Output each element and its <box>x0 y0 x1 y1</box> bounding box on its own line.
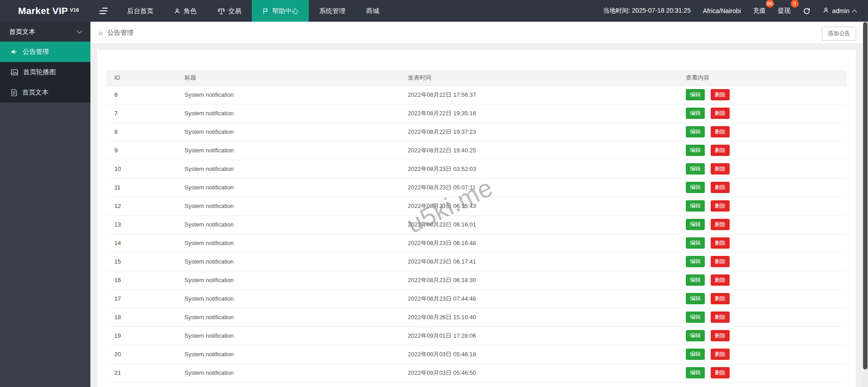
nav-item-system[interactable]: 系统管理 <box>309 0 356 22</box>
cell-title: System notification <box>176 160 400 178</box>
withdraw-link[interactable]: 提现 0 <box>778 5 791 17</box>
edit-button[interactable]: 编辑 <box>686 126 705 137</box>
edit-button[interactable]: 编辑 <box>686 145 705 156</box>
cell-time: 2022年08月23日 03:52:03 <box>400 160 678 178</box>
sidebar-group-header[interactable]: 首页文本 <box>0 22 90 42</box>
cell-actions: 编辑 删除 <box>678 104 847 123</box>
navbar-right: 当地时间: 2025-07-18 20:31:25 Africa/Nairobi… <box>603 0 868 22</box>
delete-button[interactable]: 删除 <box>711 200 730 212</box>
table-row: 10 System notification 2022年08月23日 03:52… <box>106 160 847 178</box>
cell-time: 2022年08月23日 06:16:01 <box>400 215 678 234</box>
delete-button[interactable]: 删除 <box>711 126 730 137</box>
delete-button[interactable]: 删除 <box>711 330 730 341</box>
edit-button[interactable]: 编辑 <box>686 256 705 267</box>
cell-actions: 编辑 删除 <box>678 345 847 363</box>
header-title: 标题 <box>176 70 400 85</box>
delete-button[interactable]: 删除 <box>711 349 730 360</box>
delete-button[interactable]: 删除 <box>711 256 730 267</box>
cell-time: 2022年08月23日 06:18:30 <box>400 271 678 289</box>
sidebar-item-home-carousel[interactable]: 首页轮播图 <box>0 62 90 82</box>
nav-item-mall[interactable]: 商城 <box>356 0 390 22</box>
recharge-badge: 86 <box>766 0 774 8</box>
delete-button[interactable]: 删除 <box>711 163 730 175</box>
cell-title: System notification <box>176 85 400 104</box>
local-time: 当地时间: 2025-07-18 20:31:25 <box>603 7 691 15</box>
sidebar: 首页文本 公告管理 首页轮播图 <box>0 22 90 387</box>
header-view-content: 查看内容 <box>678 70 847 85</box>
delete-button[interactable]: 删除 <box>711 182 730 193</box>
edit-button[interactable]: 编辑 <box>686 349 705 360</box>
nav-item-help-center[interactable]: 帮助中心 <box>252 0 309 22</box>
cell-actions: 编辑 删除 <box>678 326 847 345</box>
sidebar-toggle-icon[interactable] <box>90 0 117 22</box>
cell-time: 2022年09月03日 05:46:18 <box>400 345 678 363</box>
cell-title: System notification <box>176 289 400 308</box>
cell-title: System notification <box>176 141 400 160</box>
main-menu: 后台首页 角色 交易 帮 <box>117 0 390 22</box>
cell-id: 14 <box>106 234 176 252</box>
cell-id: 6 <box>106 85 176 104</box>
cell-actions: 编辑 删除 <box>678 215 847 234</box>
edit-button[interactable]: 编辑 <box>686 293 705 304</box>
delete-button[interactable]: 删除 <box>711 89 730 100</box>
edit-button[interactable]: 编辑 <box>686 330 705 341</box>
edit-button[interactable]: 编辑 <box>686 237 705 249</box>
cell-actions: 编辑 删除 <box>678 197 847 215</box>
cell-title: System notification <box>176 178 400 197</box>
delete-button[interactable]: 删除 <box>711 311 730 323</box>
edit-button[interactable]: 编辑 <box>686 89 705 100</box>
sidebar-group-label: 首页文本 <box>9 28 35 36</box>
table-row: 15 System notification 2022年08月23日 06:17… <box>106 252 847 271</box>
logo-text: Market VIP <box>18 5 68 16</box>
table-row: 14 System notification 2022年08月23日 06:16… <box>106 234 847 252</box>
sidebar-item-announcement-manage[interactable]: 公告管理 <box>0 42 90 62</box>
recharge-link[interactable]: 充值 86 <box>753 5 766 17</box>
edit-button[interactable]: 编辑 <box>686 311 705 323</box>
user-menu[interactable]: admin <box>823 7 856 15</box>
delete-button[interactable]: 删除 <box>711 367 730 378</box>
nav-item-trade[interactable]: 交易 <box>207 0 252 22</box>
delete-button[interactable]: 删除 <box>711 145 730 156</box>
nav-item-roles[interactable]: 角色 <box>164 0 207 22</box>
cell-time: 2022年08月26日 15:10:40 <box>400 308 678 326</box>
vertical-scrollbar[interactable] <box>863 22 868 387</box>
edit-button[interactable]: 编辑 <box>686 108 705 119</box>
cell-id: 9 <box>106 141 176 160</box>
scrollbar-thumb[interactable] <box>863 22 868 369</box>
cell-actions: 编辑 删除 <box>678 252 847 271</box>
chevron-down-icon <box>76 28 82 33</box>
delete-button[interactable]: 删除 <box>711 274 730 286</box>
nav-item-dashboard[interactable]: 后台首页 <box>117 0 164 22</box>
edit-button[interactable]: 编辑 <box>686 163 705 175</box>
refresh-icon[interactable] <box>803 7 811 15</box>
sidebar-item-label: 首页轮播图 <box>23 68 56 76</box>
edit-button[interactable]: 编辑 <box>686 367 705 378</box>
announcement-icon <box>11 48 18 55</box>
delete-button[interactable]: 删除 <box>711 108 730 119</box>
user-name: admin <box>832 7 849 14</box>
delete-button[interactable]: 删除 <box>711 219 730 230</box>
delete-button[interactable]: 删除 <box>711 293 730 304</box>
cell-time: 2022年08月22日 19:35:16 <box>400 104 678 123</box>
cell-id: 12 <box>106 197 176 215</box>
edit-button[interactable]: 编辑 <box>686 274 705 286</box>
cell-title: System notification <box>176 104 400 123</box>
table-row: 9 System notification 2022年08月22日 19:40:… <box>106 141 847 160</box>
top-navbar: Market VIP V16 后台首页 角色 交易 <box>0 0 868 22</box>
cell-actions: 编辑 删除 <box>678 234 847 252</box>
cell-actions: 编辑 删除 <box>678 308 847 326</box>
table-row: 16 System notification 2022年08月23日 06:18… <box>106 271 847 289</box>
edit-button[interactable]: 编辑 <box>686 200 705 212</box>
edit-button[interactable]: 编辑 <box>686 219 705 230</box>
cell-time: 2022年08月22日 19:40:25 <box>400 141 678 160</box>
page-title: 公告管理 <box>107 28 133 37</box>
withdraw-badge: 0 <box>791 0 799 8</box>
sidebar-item-home-text[interactable]: 首页文本 <box>0 82 90 103</box>
add-announcement-button[interactable]: 添加公告 <box>822 27 856 41</box>
app-logo[interactable]: Market VIP V16 <box>0 0 90 22</box>
cell-title: System notification <box>176 326 400 345</box>
delete-button[interactable]: 删除 <box>711 237 730 249</box>
main-content: » 公告管理 添加公告 ID 标题 发表时间 查看内容 6 System not… <box>90 22 863 387</box>
edit-button[interactable]: 编辑 <box>686 182 705 193</box>
breadcrumb-bar: » 公告管理 添加公告 <box>90 22 863 44</box>
